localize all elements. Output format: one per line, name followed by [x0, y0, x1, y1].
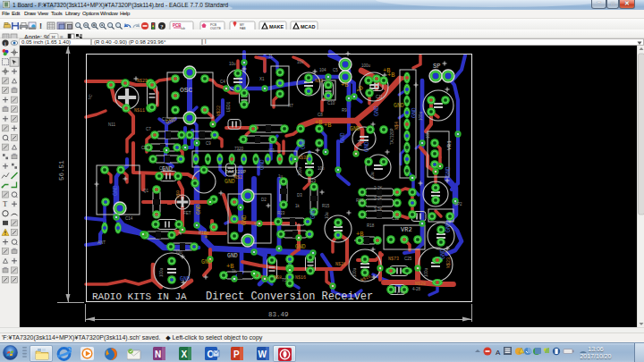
svg-text:2-2K: 2-2K [374, 197, 383, 201]
svg-text:C5: C5 [333, 68, 338, 72]
svg-text:VR2: VR2 [401, 226, 412, 233]
svg-text:N11: N11 [108, 122, 115, 127]
svg-text:OSC: OSC [180, 86, 193, 94]
svg-text:C10: C10 [327, 101, 335, 105]
svg-text:10u: 10u [325, 212, 329, 219]
svg-text:C22: C22 [141, 146, 149, 150]
svg-text:D3: D3 [297, 193, 302, 198]
svg-text:GND: GND [295, 244, 306, 250]
svg-text:SP2: SP2 [454, 202, 462, 206]
svg-text:GND: GND [310, 208, 317, 219]
svg-text:GND: GND [350, 126, 360, 132]
svg-text:1k: 1k [295, 204, 301, 208]
svg-text:LED1: LED1 [226, 101, 231, 112]
svg-text:N$16: N$16 [295, 275, 306, 281]
svg-text:100u: 100u [352, 267, 357, 277]
svg-text:56.51: 56.51 [58, 160, 65, 181]
svg-text:C26: C26 [397, 291, 405, 296]
svg-text:10u: 10u [229, 62, 236, 66]
svg-text:10K: 10K [426, 131, 430, 139]
svg-text:N: N [155, 349, 161, 359]
svg-text:+B: +B [324, 122, 331, 129]
svg-text:C4: C4 [220, 80, 225, 84]
svg-text:GND: GND [445, 222, 452, 232]
svg-text:100u: 100u [424, 267, 428, 277]
svg-text:C11: C11 [376, 95, 383, 99]
svg-text:GND: GND [113, 185, 119, 196]
svg-text:GND: GND [201, 259, 212, 265]
svg-text:N$29: N$29 [137, 79, 148, 84]
svg-text:GND: GND [242, 215, 248, 225]
svg-text:C25: C25 [404, 257, 412, 261]
svg-text:10u: 10u [370, 172, 375, 179]
svg-text:Direct Conversion Receiver: Direct Conversion Receiver [206, 290, 373, 303]
svg-text:GND: GND [196, 204, 202, 215]
svg-text:C12: C12 [392, 216, 400, 221]
svg-text:1u: 1u [278, 174, 284, 179]
svg-text:R18: R18 [367, 223, 375, 228]
svg-text:10u: 10u [318, 166, 325, 171]
svg-text:GND: GND [301, 139, 307, 149]
svg-text:N$4: N$4 [394, 122, 400, 130]
svg-text:100u: 100u [419, 111, 423, 121]
svg-text:C2: C2 [154, 215, 159, 219]
svg-text:T2: T2 [254, 223, 259, 227]
svg-text:SP: SP [433, 63, 440, 70]
svg-text:A: A [496, 349, 501, 357]
svg-text:J1: J1 [268, 55, 273, 59]
svg-text:T: T [3, 200, 7, 208]
svg-text:GND: GND [259, 159, 266, 170]
svg-text:N$22: N$22 [216, 105, 222, 116]
svg-text:N$73: N$73 [388, 257, 399, 262]
svg-text:GND: GND [227, 253, 238, 259]
svg-text:GND: GND [162, 166, 173, 173]
svg-text:+B: +B [203, 232, 210, 239]
svg-text:N$8: N$8 [274, 275, 282, 281]
svg-text:N$26: N$26 [335, 262, 346, 267]
svg-text:N$9: N$9 [176, 190, 182, 198]
svg-text:GND: GND [445, 166, 452, 177]
svg-text:104: 104 [319, 68, 326, 72]
svg-text:VR1: VR1 [446, 140, 453, 150]
svg-text:C8: C8 [318, 113, 323, 117]
svg-text:N$3: N$3 [315, 79, 323, 84]
svg-text:100u: 100u [159, 267, 164, 277]
svg-text:R16: R16 [356, 198, 364, 203]
svg-text:N$32: N$32 [298, 156, 309, 161]
svg-text:TA7320P: TA7320P [225, 169, 246, 175]
svg-text:R23: R23 [277, 211, 285, 215]
svg-text:3-3K: 3-3K [374, 207, 383, 212]
svg-text:B23: B23 [309, 179, 317, 183]
svg-text:FET: FET [183, 211, 191, 215]
svg-text:10u: 10u [297, 60, 304, 64]
svg-text:X: X [182, 349, 188, 359]
svg-text:IC1: IC1 [268, 148, 275, 153]
svg-text:+B: +B [315, 119, 322, 126]
svg-text:+B: +B [383, 67, 390, 74]
svg-text:GND: GND [180, 276, 191, 282]
svg-text:100: 100 [175, 250, 182, 255]
svg-text:7320: 7320 [234, 147, 244, 151]
svg-text:N$28: N$28 [415, 282, 426, 287]
svg-text:GND: GND [374, 105, 380, 116]
svg-text:GND: GND [364, 141, 370, 152]
svg-text:C14: C14 [125, 216, 133, 221]
svg-text:Q1: Q1 [143, 189, 149, 193]
svg-text:D2: D2 [261, 198, 267, 202]
svg-text:N$2: N$2 [234, 175, 242, 181]
svg-text:GND: GND [440, 248, 446, 259]
svg-text:+B: +B [356, 231, 363, 238]
svg-text:T5: T5 [282, 278, 287, 282]
svg-text:104: 104 [358, 139, 362, 147]
svg-text:R9: R9 [342, 108, 347, 113]
svg-text:?: ? [160, 23, 163, 29]
svg-text:R7: R7 [288, 104, 293, 108]
svg-text:2-2K: 2-2K [374, 186, 383, 190]
svg-text:R15: R15 [322, 204, 330, 208]
svg-text:C7: C7 [146, 127, 151, 131]
svg-text:RADIO KITS IN JA: RADIO KITS IN JA [92, 291, 187, 302]
svg-text:N$11: N$11 [134, 108, 145, 114]
svg-text:4-28: 4-28 [412, 287, 421, 291]
svg-text:ANT: ANT [97, 240, 106, 245]
svg-text:N$23: N$23 [446, 257, 452, 268]
